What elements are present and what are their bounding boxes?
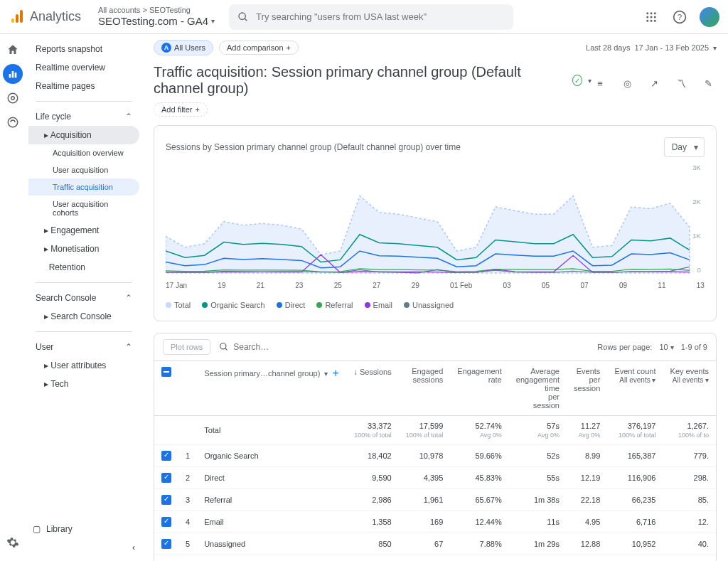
svg-rect-2 — [20, 10, 23, 23]
sidebar-section-search-console[interactable]: Search Console⌃ — [28, 289, 139, 307]
search-icon — [237, 11, 249, 23]
edit-icon[interactable]: ✎ — [700, 75, 717, 92]
sidebar-acq-overview[interactable]: Acquisition overview — [28, 144, 139, 161]
svg-rect-0 — [11, 18, 14, 23]
search-bar[interactable] — [229, 4, 513, 30]
legend-item[interactable]: Unassigned — [404, 301, 454, 309]
row-checkbox[interactable] — [161, 473, 171, 483]
col-key[interactable]: Key eventsAll events ▾ — [663, 361, 716, 416]
main-content: AAll Users Add comparison+ Last 28 days1… — [142, 34, 728, 561]
col-rate[interactable]: Engagementrate — [450, 361, 508, 416]
dimension-dropdown[interactable]: ▾ — [324, 370, 328, 378]
apps-icon[interactable] — [643, 9, 660, 26]
rail-reports-icon[interactable] — [3, 64, 23, 84]
sidebar-collapse-icon[interactable]: ‹ — [132, 543, 135, 552]
sidebar: Reports snapshot Realtime overview Realt… — [26, 34, 142, 561]
svg-point-10 — [654, 16, 656, 18]
sidebar-user-acq-cohorts[interactable]: User acquisition cohorts — [28, 196, 139, 221]
svg-point-7 — [654, 12, 656, 14]
legend-item[interactable]: Direct — [277, 301, 306, 309]
col-events[interactable]: Event countAll events ▾ — [607, 361, 663, 416]
verified-icon[interactable]: ✓ — [572, 75, 582, 86]
svg-rect-1 — [16, 14, 18, 23]
sidebar-engagement[interactable]: ▸ Engagement — [28, 221, 139, 240]
table-search-input[interactable] — [233, 342, 340, 352]
sidebar-section-lifecycle[interactable]: Life cycle⌃ — [28, 107, 139, 126]
ga-logo[interactable]: Analytics — [9, 9, 81, 26]
rail-advertising-icon[interactable] — [3, 112, 23, 132]
search-input[interactable] — [256, 11, 505, 22]
rail-explore-icon[interactable] — [3, 88, 23, 108]
sidebar-library[interactable]: ▢Library — [33, 524, 73, 534]
sidebar-traffic-acq[interactable]: Traffic acquisition — [28, 178, 139, 196]
chart-legend: TotalOrganic SearchDirectReferralEmailUn… — [166, 301, 705, 309]
table-row[interactable]: 2Direct9,5904,39545.83%55s12.19116,90629… — [154, 467, 716, 489]
product-name: Analytics — [30, 9, 81, 24]
svg-point-3 — [239, 13, 245, 19]
svg-rect-17 — [11, 71, 14, 78]
select-all-checkbox[interactable] — [161, 367, 171, 377]
col-engaged[interactable]: Engagedsessions — [399, 361, 451, 416]
row-checkbox[interactable] — [161, 539, 171, 549]
rail-home-icon[interactable] — [3, 40, 23, 60]
table-search[interactable] — [219, 342, 589, 352]
rows-per-page-select[interactable]: 10 ▾ — [659, 343, 673, 351]
table-row[interactable]: 5Unassigned850677.88%1m 29s12.8810,95240… — [154, 533, 716, 555]
sidebar-search-console[interactable]: ▸ Search Console — [28, 307, 139, 326]
sidebar-section-user[interactable]: User⌃ — [28, 338, 139, 356]
avatar[interactable] — [700, 7, 719, 27]
help-icon[interactable]: ? — [671, 9, 688, 26]
channel-name: Organic Search — [197, 445, 346, 467]
chip-add-comparison[interactable]: Add comparison+ — [219, 41, 299, 55]
trend-icon[interactable]: 〽 — [673, 75, 690, 92]
sidebar-monetisation[interactable]: ▸ Monetisation — [28, 240, 139, 258]
sidebar-realtime-pages[interactable]: Realtime pages — [28, 77, 139, 95]
sidebar-tech[interactable]: ▸ Tech — [28, 375, 139, 393]
sidebar-reports-snapshot[interactable]: Reports snapshot — [28, 40, 139, 58]
rail-admin-icon[interactable] — [3, 533, 23, 552]
granularity-select[interactable]: Day — [664, 137, 705, 157]
channel-name: Organic Social — [197, 555, 346, 561]
property-selector[interactable]: All accounts > SEOTesting SEOTesting.com… — [92, 3, 220, 31]
row-checkbox[interactable] — [161, 451, 171, 461]
chevron-up-icon: ⌃ — [125, 342, 132, 352]
sidebar-user-attributes[interactable]: ▸ User attributes — [28, 356, 139, 375]
sidebar-user-acq[interactable]: User acquisition — [28, 161, 139, 178]
svg-point-20 — [11, 97, 14, 100]
svg-line-27 — [225, 348, 228, 351]
chart-area: 3K 2K 1K 0 17 Jan19212325272901 Feb03050… — [166, 163, 705, 298]
chip-all-users[interactable]: AAll Users — [154, 40, 213, 55]
col-avgtime[interactable]: Averageengagementtimepersession — [509, 361, 567, 416]
sidebar-acquisition[interactable]: ▸ Acquisition — [28, 126, 139, 144]
sort-desc-icon: ↓ — [353, 367, 358, 377]
sidebar-realtime-overview[interactable]: Realtime overview — [28, 58, 139, 77]
date-range-picker[interactable]: Last 28 days17 Jan - 13 Feb 2025▾ — [586, 43, 717, 52]
legend-item[interactable]: Referral — [316, 301, 353, 309]
col-sessions[interactable]: ↓ Sessions — [346, 361, 399, 416]
legend-item[interactable]: Total — [166, 301, 191, 309]
channel-name: Direct — [197, 467, 346, 489]
add-filter-button[interactable]: Add filter+ — [154, 102, 208, 117]
row-checkbox[interactable] — [161, 517, 171, 527]
folder-icon: ▢ — [33, 524, 41, 534]
svg-text:2K: 2K — [692, 198, 701, 205]
channel-name: Email — [197, 511, 346, 533]
svg-rect-16 — [9, 74, 11, 78]
caret-down-icon: ▾ — [713, 44, 717, 52]
table-row[interactable]: 1Organic Search18,40210,97859.66%52s8.99… — [154, 445, 716, 467]
search-icon — [219, 342, 229, 352]
share-icon[interactable]: ↗ — [646, 75, 663, 92]
legend-item[interactable]: Email — [365, 301, 393, 309]
insights-icon[interactable]: ◎ — [619, 75, 636, 92]
plot-rows-button[interactable]: Plot rows — [163, 339, 210, 355]
add-dimension-button[interactable]: + — [332, 367, 338, 380]
table-row[interactable]: 3Referral2,9861,96165.67%1m 38s22.1866,2… — [154, 489, 716, 511]
col-eps[interactable]: Eventspersession — [567, 361, 607, 416]
svg-point-5 — [646, 12, 648, 14]
table-row[interactable]: 4Email1,35816912.44%11s4.956,71612. — [154, 511, 716, 533]
table-row[interactable]: 6Organic Social47919340.29%25s7.063,3842… — [154, 555, 716, 561]
customize-icon[interactable]: ≡ — [592, 75, 609, 92]
legend-item[interactable]: Organic Search — [202, 301, 264, 309]
sidebar-retention[interactable]: Retention — [28, 258, 139, 277]
row-checkbox[interactable] — [161, 495, 171, 505]
